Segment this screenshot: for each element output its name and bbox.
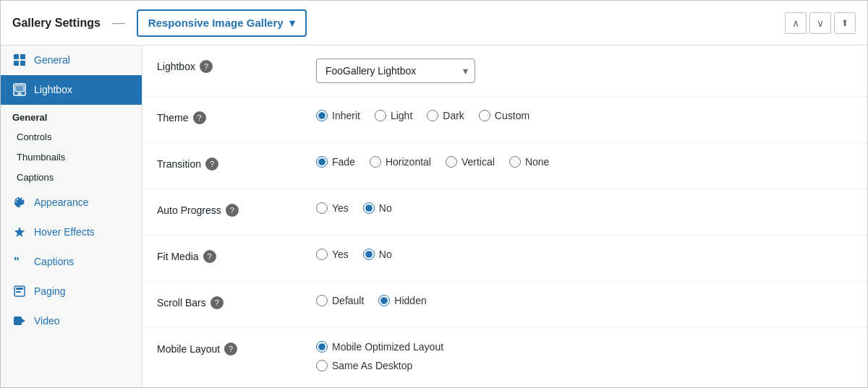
theme-dark-input[interactable] — [427, 110, 438, 121]
scroll-bars-hidden-radio[interactable]: Hidden — [378, 295, 426, 306]
sidebar-section-general-label: General — [12, 112, 47, 123]
header-title: Gallery Settings — [12, 17, 101, 30]
arrow-down-button[interactable]: ∨ — [809, 12, 831, 34]
lightbox-label-text: Lightbox — [157, 61, 195, 72]
svg-rect-0 — [14, 54, 19, 59]
fit-media-label: Fit Media ? — [157, 249, 316, 263]
theme-inherit-input[interactable] — [316, 110, 328, 121]
theme-label: Theme ? — [157, 110, 316, 124]
theme-help-icon[interactable]: ? — [193, 111, 206, 124]
transition-fade-radio[interactable]: Fade — [316, 156, 355, 168]
fit-media-help-icon[interactable]: ? — [203, 250, 216, 263]
sidebar-item-paging[interactable]: Paging — [1, 277, 142, 306]
sidebar-item-appearance[interactable]: Appearance — [1, 188, 142, 217]
sidebar-item-paging-label: Paging — [34, 285, 66, 297]
transition-vertical-input[interactable] — [446, 156, 457, 168]
mobile-layout-optimized-input[interactable] — [316, 341, 328, 353]
sidebar-section-general: General — [1, 105, 142, 127]
lightbox-select-wrap: FooGallery Lightbox None Custom ▾ — [316, 59, 475, 83]
sidebar-item-controls-label: Controls — [17, 132, 51, 142]
gallery-title-button[interactable]: Responsive Image Gallery ▾ — [137, 9, 307, 37]
theme-custom-input[interactable] — [479, 110, 490, 121]
header-arrows: ∧ ∨ ⬆ — [785, 12, 856, 34]
sidebar-item-hover-effects-label: Hover Effects — [34, 226, 95, 238]
scroll-bars-hidden-input[interactable] — [378, 295, 390, 306]
auto-progress-no-radio[interactable]: No — [363, 202, 392, 214]
transition-fade-label: Fade — [332, 156, 355, 168]
scroll-bars-help-icon[interactable]: ? — [210, 296, 224, 309]
lightbox-icon — [12, 82, 27, 97]
sidebar-item-lightbox-label: Lightbox — [34, 84, 72, 95]
app-container: Gallery Settings — Responsive Image Gall… — [0, 0, 868, 388]
mobile-layout-row: Mobile Layout ? Mobile Optimized Layout … — [142, 328, 867, 384]
main-content: Lightbox ? FooGallery Lightbox None Cust… — [142, 46, 867, 387]
transition-horizontal-input[interactable] — [370, 156, 381, 168]
transition-help-icon[interactable]: ? — [205, 158, 218, 171]
auto-progress-yes-input[interactable] — [316, 202, 328, 214]
mobile-layout-content: Mobile Optimized Layout Same As Desktop — [316, 341, 853, 371]
arrow-up-button[interactable]: ∧ — [785, 12, 807, 34]
sidebar-item-thumbnails[interactable]: Thumbnails — [1, 147, 142, 168]
transition-none-label: None — [525, 156, 549, 168]
sidebar: General Lightbox General — [1, 46, 142, 387]
auto-progress-no-label: No — [379, 202, 392, 214]
mobile-layout-optimized-radio[interactable]: Mobile Optimized Layout — [316, 341, 443, 353]
fit-media-yes-input[interactable] — [316, 249, 328, 260]
fit-media-no-radio[interactable]: No — [363, 249, 392, 260]
sidebar-item-hover-effects[interactable]: Hover Effects — [1, 217, 142, 247]
theme-inherit-radio[interactable]: Inherit — [316, 110, 360, 121]
gallery-title-dropdown-icon: ▾ — [289, 17, 295, 30]
transition-vertical-radio[interactable]: Vertical — [446, 156, 495, 168]
transition-label-text: Transition — [157, 158, 201, 170]
scroll-bars-content: Default Hidden — [316, 295, 853, 306]
theme-light-radio[interactable]: Light — [375, 110, 412, 121]
fit-media-no-input[interactable] — [363, 249, 375, 260]
svg-text:": " — [14, 256, 20, 268]
arrow-expand-button[interactable]: ⬆ — [834, 12, 856, 34]
scroll-bars-default-input[interactable] — [316, 295, 328, 306]
fit-media-yes-radio[interactable]: Yes — [316, 249, 349, 260]
sidebar-item-thumbnails-label: Thumbnails — [17, 152, 65, 163]
transition-horizontal-radio[interactable]: Horizontal — [370, 156, 431, 168]
auto-progress-yes-radio[interactable]: Yes — [316, 202, 349, 214]
scroll-bars-default-radio[interactable]: Default — [316, 295, 364, 306]
mobile-layout-help-icon[interactable]: ? — [224, 342, 237, 355]
fit-media-row: Fit Media ? Yes No — [142, 236, 867, 282]
header-divider: — — [112, 15, 125, 30]
header: Gallery Settings — Responsive Image Gall… — [1, 1, 867, 46]
sidebar-item-captions-sub[interactable]: Captions — [1, 168, 142, 188]
fit-media-content: Yes No — [316, 249, 853, 260]
sidebar-item-general-label: General — [34, 54, 70, 66]
mobile-layout-desktop-label: Same As Desktop — [332, 360, 412, 371]
sidebar-item-general[interactable]: General — [1, 46, 142, 75]
svg-rect-13 — [16, 291, 21, 293]
mobile-layout-desktop-input[interactable] — [316, 360, 328, 371]
theme-light-input[interactable] — [375, 110, 386, 121]
transition-fade-input[interactable] — [316, 156, 328, 168]
mobile-layout-desktop-radio[interactable]: Same As Desktop — [316, 360, 412, 371]
auto-progress-help-icon[interactable]: ? — [226, 204, 239, 217]
sidebar-item-captions-sub-label: Captions — [17, 172, 54, 183]
svg-rect-12 — [16, 288, 23, 290]
transition-none-radio[interactable]: None — [509, 156, 549, 168]
svg-rect-1 — [20, 54, 25, 59]
transition-vertical-label: Vertical — [461, 156, 495, 168]
scroll-bars-row: Scroll Bars ? Default Hidden — [142, 282, 867, 328]
sidebar-item-lightbox[interactable]: Lightbox — [1, 75, 142, 105]
svg-rect-5 — [15, 85, 24, 92]
sidebar-item-captions[interactable]: " Captions — [1, 247, 142, 277]
scroll-bars-hidden-label: Hidden — [394, 295, 426, 306]
lightbox-help-icon[interactable]: ? — [200, 60, 213, 73]
auto-progress-no-input[interactable] — [363, 202, 375, 214]
sidebar-item-appearance-label: Appearance — [34, 197, 89, 208]
scroll-bars-default-label: Default — [332, 295, 364, 306]
lightbox-select[interactable]: FooGallery Lightbox None Custom — [316, 59, 475, 83]
sidebar-item-video[interactable]: Video — [1, 306, 142, 336]
body: General Lightbox General — [1, 46, 867, 387]
transition-none-input[interactable] — [509, 156, 521, 168]
sidebar-item-controls[interactable]: Controls — [1, 127, 142, 147]
theme-custom-radio[interactable]: Custom — [479, 110, 529, 121]
theme-dark-radio[interactable]: Dark — [427, 110, 464, 121]
auto-progress-label: Auto Progress ? — [157, 202, 316, 217]
theme-custom-label: Custom — [495, 110, 529, 121]
